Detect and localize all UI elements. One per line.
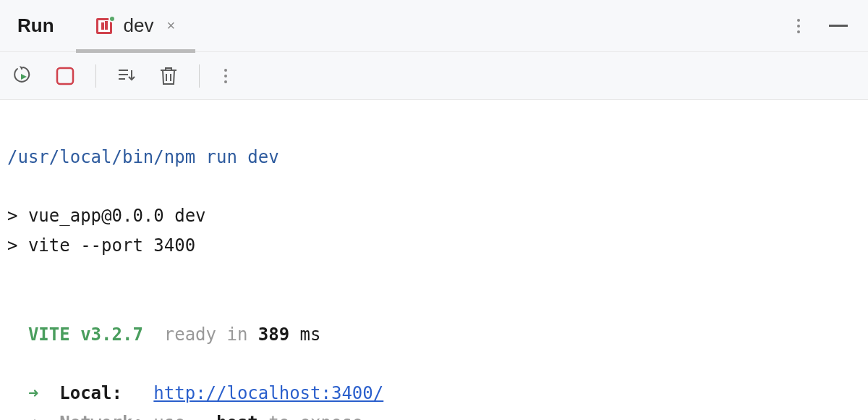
toolbar [0, 52, 868, 100]
command-line: /usr/local/bin/npm run dev [7, 147, 279, 167]
trash-icon[interactable] [157, 64, 180, 88]
header-actions [791, 13, 848, 39]
network-label: Network: [59, 413, 143, 420]
arrow-icon: ➜ [28, 413, 38, 420]
vite-version: VITE v3.2.7 [28, 324, 143, 345]
output-line: > vue_app@0.0.0 dev [7, 206, 206, 226]
console-output: /usr/local/bin/npm run dev > vue_app@0.0… [0, 100, 868, 420]
ready-time: 389 [258, 324, 289, 345]
local-url-link[interactable]: http://localhost:3400/ [153, 383, 383, 403]
ready-suffix: ms [289, 324, 320, 345]
close-icon[interactable]: × [166, 17, 175, 34]
panel-title: Run [17, 14, 54, 37]
npm-icon [96, 16, 116, 36]
minimize-icon[interactable] [829, 25, 848, 27]
tab-label: dev [124, 14, 154, 37]
scroll-to-end-button[interactable] [115, 64, 138, 88]
more-options-icon[interactable] [791, 13, 806, 39]
toolbar-more-icon[interactable] [218, 63, 233, 89]
header-bar: Run dev × [0, 0, 868, 52]
arrow-icon: ➜ [28, 383, 38, 403]
local-label: Local: [59, 383, 122, 403]
svg-rect-0 [57, 68, 73, 84]
network-flag: --host [195, 413, 258, 420]
tab-dev[interactable]: dev × [90, 0, 182, 52]
toolbar-divider [199, 64, 200, 88]
network-text: to expose [258, 413, 363, 420]
tab-underline [76, 49, 196, 53]
stop-button[interactable] [54, 64, 77, 88]
network-text: use [143, 413, 195, 420]
rerun-button[interactable] [12, 64, 35, 88]
ready-text: ready in [143, 324, 258, 345]
output-line: > vite --port 3400 [7, 235, 195, 256]
toolbar-divider [95, 64, 96, 88]
